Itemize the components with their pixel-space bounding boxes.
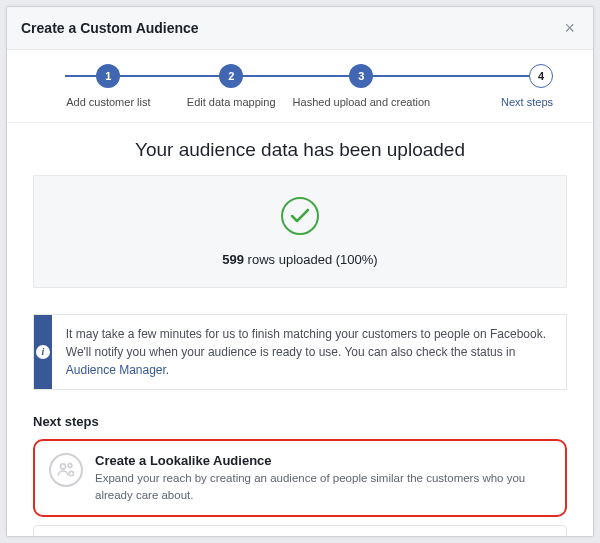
modal-title: Create a Custom Audience bbox=[21, 20, 199, 36]
option-title: Create a Lookalike Audience bbox=[95, 453, 551, 468]
step-dot: 3 bbox=[349, 64, 373, 88]
upload-heading: Your audience data has been uploaded bbox=[33, 139, 567, 161]
step-label: Edit data mapping bbox=[187, 96, 276, 108]
upload-count: 599 rows uploaded (100%) bbox=[46, 252, 554, 267]
svg-text:i: i bbox=[42, 346, 45, 357]
step-label: Next steps bbox=[501, 96, 553, 108]
modal-header: Create a Custom Audience × bbox=[7, 7, 593, 50]
option-desc: Expand your reach by creating an audienc… bbox=[95, 470, 551, 503]
svg-point-3 bbox=[60, 464, 65, 469]
step-dot: 1 bbox=[96, 64, 120, 88]
step-3[interactable]: 3 Hashed upload and creation bbox=[293, 64, 431, 108]
info-icon: i bbox=[34, 315, 52, 389]
step-label: Hashed upload and creation bbox=[293, 96, 431, 108]
option-create-ad[interactable]: Create an ad Start building an ad now to… bbox=[33, 525, 567, 536]
step-dot: 4 bbox=[529, 64, 553, 88]
step-label: Add customer list bbox=[66, 96, 150, 108]
upload-summary-box: 599 rows uploaded (100%) bbox=[33, 175, 567, 288]
people-plus-icon bbox=[49, 453, 83, 487]
upload-rows: 599 bbox=[222, 252, 244, 267]
upload-rows-suffix: rows uploaded (100%) bbox=[244, 252, 378, 267]
option-create-lookalike[interactable]: Create a Lookalike Audience Expand your … bbox=[33, 439, 567, 517]
option-body: Create a Lookalike Audience Expand your … bbox=[95, 453, 551, 503]
next-steps-heading: Next steps bbox=[33, 414, 567, 429]
close-icon[interactable]: × bbox=[560, 17, 579, 39]
checkmark-icon bbox=[280, 196, 320, 236]
svg-point-0 bbox=[282, 198, 318, 234]
info-text: It may take a few minutes for us to fini… bbox=[52, 315, 566, 389]
step-dot: 2 bbox=[219, 64, 243, 88]
modal-content: Your audience data has been uploaded 599… bbox=[7, 123, 593, 536]
info-banner: i It may take a few minutes for us to fi… bbox=[33, 314, 567, 390]
custom-audience-modal: Create a Custom Audience × 1 Add custome… bbox=[6, 6, 594, 537]
step-4[interactable]: 4 Next steps bbox=[430, 64, 553, 108]
audience-manager-link[interactable]: Audience Manager bbox=[66, 363, 166, 377]
svg-point-4 bbox=[68, 464, 72, 468]
step-2[interactable]: 2 Edit data mapping bbox=[170, 64, 293, 108]
stepper: 1 Add customer list 2 Edit data mapping … bbox=[7, 50, 593, 123]
step-1[interactable]: 1 Add customer list bbox=[47, 64, 170, 108]
